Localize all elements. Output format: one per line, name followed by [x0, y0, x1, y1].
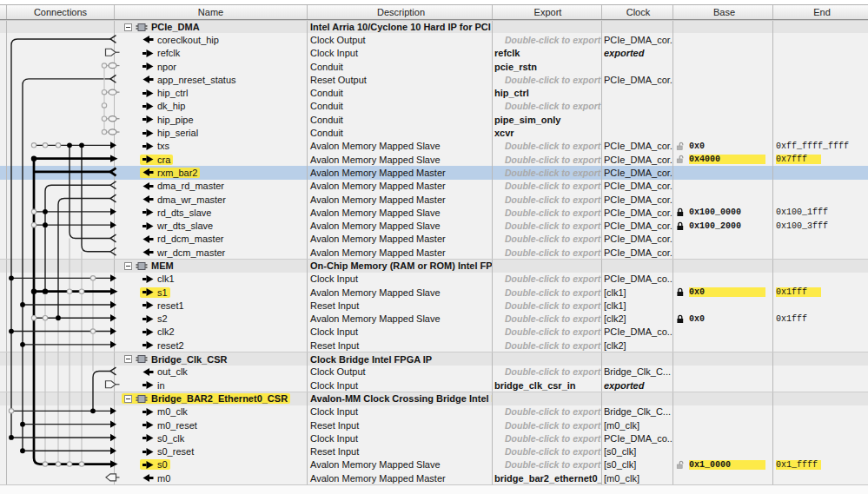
table-row-Bridge_BAR2_Ethernet0_CSR[interactable]: Bridge_BAR2_Ethernet0_CSRAvalon-MM Clock… [0, 392, 868, 405]
base-cell[interactable] [673, 392, 773, 405]
export-cell[interactable]: Double-click to export [493, 153, 602, 166]
name-cell[interactable]: clk2 [115, 326, 308, 339]
table-row-wr_dcm_master[interactable]: wr_dcm_masterAvalon Memory Mapped Master… [0, 246, 868, 259]
export-cell[interactable]: Double-click to export [493, 73, 602, 86]
base-cell[interactable] [673, 113, 773, 126]
unlock-icon[interactable] [676, 142, 689, 151]
name-cell[interactable]: clk1 [115, 273, 308, 286]
name-cell[interactable]: m0_reset [115, 418, 308, 431]
clock-cell[interactable] [602, 352, 673, 365]
name-cell[interactable]: reset2 [115, 339, 308, 352]
base-cell[interactable] [673, 246, 773, 259]
table-row-txs[interactable]: txsAvalon Memory Mapped SlaveDouble-clic… [0, 140, 868, 153]
clock-cell[interactable]: PCIe_DMA_cor... [602, 140, 673, 153]
end-cell[interactable] [773, 113, 868, 126]
export-cell[interactable]: Double-click to export [493, 339, 602, 352]
end-cell[interactable]: 0x100_3fff [773, 219, 868, 232]
name-cell[interactable]: s0_reset [115, 445, 308, 458]
export-cell[interactable] [493, 260, 602, 272]
export-cell[interactable]: Double-click to export [493, 140, 602, 153]
export-cell[interactable]: hip_ctrl [493, 86, 602, 99]
connections-cell[interactable] [7, 219, 115, 232]
base-cell[interactable] [673, 73, 773, 86]
table-row-s0_reset[interactable]: s0_resetReset InputDouble-click to expor… [0, 445, 868, 458]
name-cell[interactable]: hip_serial [115, 126, 308, 139]
table-row-wr_dts_slave[interactable]: wr_dts_slaveAvalon Memory Mapped SlaveDo… [0, 219, 868, 232]
base-cell[interactable] [673, 180, 773, 193]
base-cell[interactable]: 0x4000 [673, 153, 773, 166]
clock-cell[interactable]: PCIe_DMA_co... [602, 273, 673, 286]
clock-cell[interactable] [602, 60, 673, 73]
clock-cell[interactable]: PCIe_DMA_co... [602, 431, 673, 445]
connections-cell[interactable] [7, 233, 115, 246]
column-header-description[interactable]: Description [308, 5, 493, 19]
table-row-dma_rd_master[interactable]: dma_rd_masterAvalon Memory Mapped Master… [0, 180, 868, 193]
clock-cell[interactable]: PCIe_DMA_cor... [602, 193, 673, 206]
clock-cell[interactable] [602, 86, 673, 99]
clock-cell[interactable] [602, 21, 673, 33]
export-cell[interactable]: bridge_bar2_ethernet0_... [493, 471, 602, 484]
end-cell[interactable] [773, 418, 868, 431]
table-row-cra[interactable]: craAvalon Memory Mapped SlaveDouble-clic… [0, 153, 868, 166]
connections-cell[interactable] [7, 286, 115, 299]
clock-cell[interactable]: PCIe_DMA_cor... [602, 206, 673, 219]
connections-cell[interactable] [7, 140, 115, 153]
end-cell[interactable] [773, 405, 868, 418]
connections-cell[interactable] [7, 260, 115, 272]
name-cell[interactable]: m0 [115, 471, 308, 484]
export-cell[interactable]: pcie_rstn [493, 60, 602, 73]
table-row-hip_pipe[interactable]: hip_pipeConduitpipe_sim_only [0, 113, 868, 126]
base-cell[interactable]: 0x0 [673, 286, 773, 299]
end-cell[interactable] [773, 100, 868, 113]
table-row-in[interactable]: inClock Inputbridge_clk_csr_inexported [0, 379, 868, 392]
connections-cell[interactable] [7, 21, 115, 33]
connections-cell[interactable] [7, 299, 115, 312]
connections-cell[interactable] [7, 379, 115, 392]
column-header-connections[interactable]: Connections [7, 5, 115, 19]
export-cell[interactable]: Double-click to export [493, 193, 602, 206]
clock-cell[interactable]: Bridge_Clk_C... [602, 405, 673, 418]
table-row-m0_clk[interactable]: m0_clkClock InputDouble-click to exportB… [0, 405, 868, 418]
name-cell[interactable]: txs [115, 140, 308, 153]
table-row-hip_serial[interactable]: hip_serialConduitxcvr [0, 126, 868, 139]
name-cell[interactable]: out_clk [115, 366, 308, 379]
export-cell[interactable]: Double-click to export [493, 180, 602, 193]
connections-cell[interactable] [7, 313, 115, 326]
end-cell[interactable] [773, 233, 868, 246]
column-header-end[interactable]: End [773, 5, 868, 19]
table-row-s0[interactable]: s0Avalon Memory Mapped SlaveDouble-click… [0, 458, 868, 471]
name-cell[interactable]: wr_dts_slave [115, 219, 308, 232]
table-row-dma_wr_master[interactable]: dma_wr_masterAvalon Memory Mapped Master… [0, 193, 868, 206]
export-cell[interactable] [493, 352, 602, 365]
end-cell[interactable] [773, 166, 868, 179]
unlock-icon[interactable] [676, 460, 689, 470]
name-cell[interactable]: npor [115, 60, 308, 73]
connections-cell[interactable] [7, 180, 115, 193]
export-cell[interactable] [493, 392, 602, 405]
connections-cell[interactable] [7, 431, 115, 445]
name-cell[interactable]: s0 [115, 458, 308, 471]
name-cell[interactable]: s0_clk [115, 431, 308, 445]
end-cell[interactable] [773, 180, 868, 193]
clock-cell[interactable]: PCIe_DMA_co... [602, 326, 673, 339]
export-cell[interactable]: Double-click to export [493, 313, 602, 326]
export-cell[interactable] [493, 21, 602, 33]
clock-cell[interactable]: PCIe_DMA_cor... [602, 233, 673, 246]
export-cell[interactable]: Double-click to export [493, 273, 602, 286]
export-cell[interactable]: bridge_clk_csr_in [493, 379, 602, 392]
clock-cell[interactable]: exported [602, 379, 673, 392]
name-cell[interactable]: hip_pipe [115, 113, 308, 126]
clock-cell[interactable]: PCIe_DMA_cor... [602, 219, 673, 232]
export-cell[interactable]: Double-click to export [493, 100, 602, 113]
clock-cell[interactable] [602, 392, 673, 405]
column-header-clock[interactable]: Clock [602, 5, 673, 19]
clock-cell[interactable]: [clk1] [602, 286, 673, 299]
base-cell[interactable] [673, 47, 773, 60]
connections-cell[interactable] [7, 405, 115, 418]
connections-cell[interactable] [7, 73, 115, 86]
end-cell[interactable] [773, 392, 868, 405]
table-row-reset2[interactable]: reset2Reset InputDouble-click to export[… [0, 339, 868, 352]
table-row-reset1[interactable]: reset1Reset InputDouble-click to export[… [0, 299, 868, 312]
base-cell[interactable]: 0x100_0000 [673, 206, 773, 219]
end-cell[interactable] [773, 126, 868, 139]
